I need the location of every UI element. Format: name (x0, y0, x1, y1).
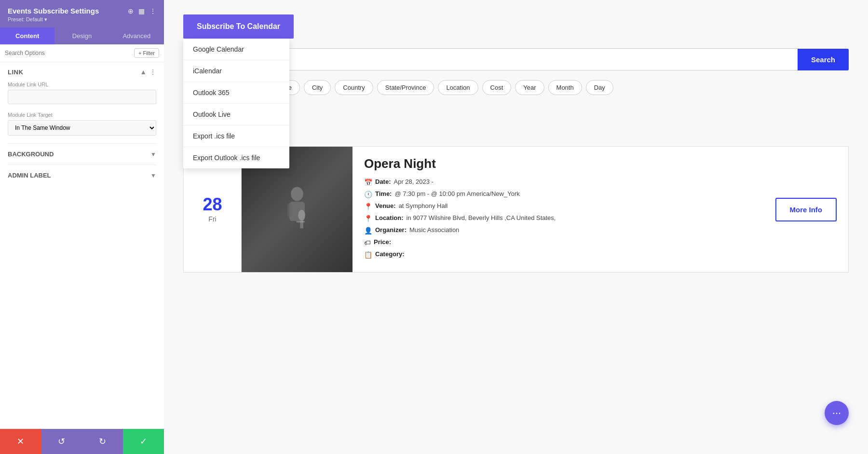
price-detail-label: Price: (374, 238, 391, 246)
filter-tag-day[interactable]: Day (586, 80, 613, 95)
filter-tag-location[interactable]: Location (438, 80, 478, 95)
admin-label-chevron-icon: ▼ (150, 172, 156, 179)
more-info-button[interactable]: More Info (775, 198, 837, 221)
module-link-url-label: Module Link URL (8, 82, 156, 87)
collapse-link-icon[interactable]: ▲ (140, 68, 147, 76)
location-pin-icon: 📍 (364, 215, 372, 222)
event-date-number: 28 (203, 196, 222, 213)
svg-point-3 (298, 210, 305, 220)
panel-bottom-bar: ✕ ↺ ↻ ✓ (0, 429, 164, 454)
filter-tag-country[interactable]: Country (335, 80, 373, 95)
filter-button[interactable]: + Filter (134, 48, 159, 58)
redo-button[interactable]: ↻ (82, 429, 123, 454)
event-info: Opera Night 📅 Date: Apr 28, 2023 - 🕐 Tim… (353, 147, 775, 272)
filter-tag-state-province[interactable]: State/Province (377, 80, 434, 95)
organizer-detail-label: Organizer: (375, 226, 407, 234)
panel-header: Events Subscribe Settings ⊕ ▦ ⋮ Preset: … (0, 0, 164, 28)
dropdown-item-outlook-live[interactable]: Outlook Live (183, 104, 289, 125)
settings-icon[interactable]: ⊕ (128, 7, 134, 15)
main-content: Subscribe To Calendar Google Calendar iC… (164, 0, 868, 454)
dropdown-item-outlook-365[interactable]: Outlook 365 (183, 82, 289, 104)
price-tag-icon: 🏷 (364, 239, 371, 247)
module-link-target-select[interactable]: In The Same Window (8, 120, 156, 136)
search-button[interactable]: Search (798, 49, 849, 70)
module-link-target-group: Module Link Target In The Same Window (8, 112, 156, 136)
event-venue-detail: 📍 Venue: at Symphony Hall (364, 202, 764, 210)
event-location-detail: 📍 Location: in 9077 Wilshire Blvd, Bever… (364, 214, 764, 222)
subscribe-dropdown-menu: Google Calendar iCalendar Outlook 365 Ou… (183, 39, 289, 168)
tab-content[interactable]: Content (0, 28, 54, 44)
fab-button[interactable]: ··· (825, 401, 849, 425)
filter-tag-cost[interactable]: Cost (482, 80, 512, 95)
panel-search-bar: + Filter (0, 44, 164, 62)
panel-tabs: Content Design Advanced (0, 28, 164, 44)
more-icon[interactable]: ⋮ (149, 7, 156, 15)
date-detail-value: Apr 28, 2023 - (394, 178, 434, 185)
location-detail-label: Location: (375, 214, 404, 221)
event-time-detail: 🕐 Time: @ 7:30 pm - @ 10:00 pm America/N… (364, 190, 764, 198)
date-detail-label: Date: (375, 178, 391, 185)
background-title: Background (8, 151, 54, 158)
event-category-detail: 📋 Category: (364, 250, 764, 259)
more-link-icon[interactable]: ⋮ (149, 68, 156, 76)
dropdown-item-export-ics[interactable]: Export .ics file (183, 125, 289, 147)
background-section-header[interactable]: Background ▼ (8, 151, 156, 158)
time-detail-value: @ 7:30 pm - @ 10:00 pm America/New_York (394, 190, 519, 197)
svg-rect-2 (287, 204, 292, 217)
event-title: Opera Night (364, 156, 764, 171)
search-options-input[interactable] (5, 50, 131, 56)
module-link-url-input[interactable] (8, 90, 156, 104)
event-date-day: Fri (208, 215, 216, 223)
category-detail-label: Category: (375, 250, 405, 258)
link-section-controls: ▲ ⋮ (140, 68, 156, 76)
category-icon: 📋 (364, 251, 372, 259)
dropdown-item-export-outlook-ics[interactable]: Export Outlook .ics file (183, 147, 289, 168)
filter-tag-city[interactable]: City (304, 80, 331, 95)
panel-header-icons: ⊕ ▦ ⋮ (128, 7, 156, 15)
tab-design[interactable]: Design (54, 28, 109, 44)
organizer-person-icon: 👤 (364, 227, 372, 234)
cancel-button[interactable]: ✕ (0, 429, 41, 454)
admin-label-section: Admin Label ▼ (8, 165, 156, 186)
organizer-detail-value: Music Association (409, 226, 459, 234)
venue-pin-icon: 📍 (364, 203, 372, 210)
event-price-detail: 🏷 Price: (364, 238, 764, 247)
settings-panel: Events Subscribe Settings ⊕ ▦ ⋮ Preset: … (0, 0, 164, 454)
subscribe-to-calendar-button[interactable]: Subscribe To Calendar (183, 14, 294, 39)
singer-illustration (278, 180, 316, 238)
dropdown-item-icalendar[interactable]: iCalendar (183, 60, 289, 82)
save-button[interactable]: ✓ (123, 429, 164, 454)
filter-tag-year[interactable]: Year (515, 80, 544, 95)
event-organizer-detail: 👤 Organizer: Music Association (364, 226, 764, 234)
venue-detail-label: Venue: (375, 202, 396, 209)
panel-title: Events Subscribe Settings (8, 7, 99, 15)
svg-rect-5 (296, 221, 305, 222)
venue-detail-value: at Symphony Hall (399, 202, 448, 209)
calendar-icon: 📅 (364, 179, 372, 186)
time-detail-label: Time: (375, 190, 392, 197)
panel-body: Link ▲ ⋮ Module Link URL Module Link Tar… (0, 62, 164, 429)
dropdown-item-google-calendar[interactable]: Google Calendar (183, 39, 289, 60)
filter-tag-month[interactable]: Month (548, 80, 582, 95)
panel-preset: Preset: Default ▾ (8, 16, 156, 23)
event-card-inner: Opera Night 📅 Date: Apr 28, 2023 - 🕐 Tim… (353, 147, 848, 272)
undo-button[interactable]: ↺ (41, 429, 82, 454)
admin-label-title: Admin Label (8, 172, 51, 179)
link-section-title: Link (8, 69, 23, 76)
location-detail-value: in 9077 Wilshire Blvd, Beverly Hills ,CA… (407, 214, 556, 221)
background-chevron-icon: ▼ (150, 151, 156, 158)
module-link-url-group: Module Link URL (8, 82, 156, 104)
layout-icon[interactable]: ▦ (138, 7, 145, 15)
svg-point-0 (291, 187, 303, 201)
link-section-header: Link ▲ ⋮ (8, 68, 156, 76)
admin-label-section-header[interactable]: Admin Label ▼ (8, 172, 156, 179)
clock-icon: 🕐 (364, 191, 372, 198)
background-section: Background ▼ (8, 143, 156, 165)
module-link-target-label: Module Link Target (8, 112, 156, 118)
subscribe-dropdown-wrapper: Subscribe To Calendar Google Calendar iC… (183, 14, 294, 39)
tab-advanced[interactable]: Advanced (109, 28, 164, 44)
event-date-detail: 📅 Date: Apr 28, 2023 - (364, 178, 764, 186)
